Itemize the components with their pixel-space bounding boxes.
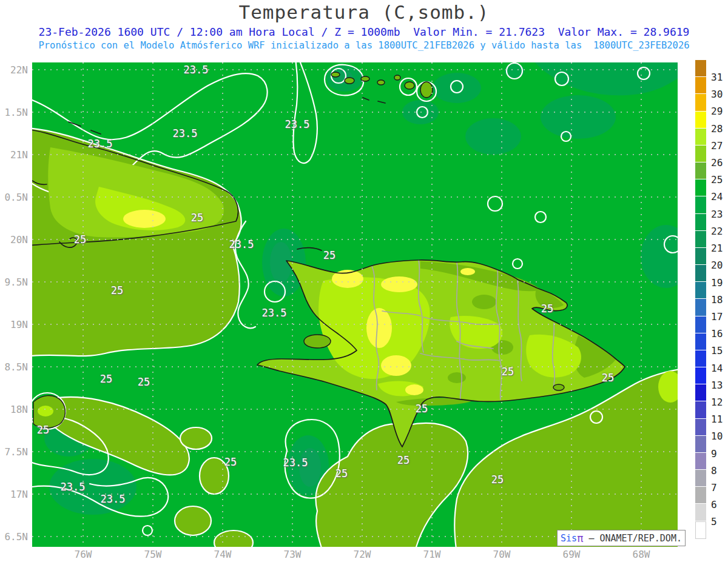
contour-label: 25 (111, 284, 123, 296)
colorbar-cell (695, 521, 706, 539)
colorbar-tick-label: 29 (711, 105, 723, 117)
colorbar-cell (695, 367, 706, 384)
lon-tick-label: 70W (493, 549, 511, 560)
weather-chart-page: Temperatura (C,somb.) 23-Feb-2026 1600 U… (0, 0, 728, 562)
contour-label: 25 (191, 212, 203, 224)
contour-label: 25 (541, 303, 553, 315)
colorbar-cell (695, 162, 706, 179)
colorbar-cell (695, 299, 706, 316)
lat-tick-label: 8.5N (0, 361, 28, 373)
colorbar-cell (695, 265, 706, 282)
contour-label: 23.5 (88, 138, 113, 150)
valid-time-line: 23-Feb-2026 1600 UTC / 12:00 am Hora Loc… (0, 25, 728, 38)
colorbar-tick-label: 13 (711, 380, 723, 391)
contour-label: 25 (397, 454, 410, 466)
colorbar-cell (695, 231, 706, 248)
colorbar-tick-label: 22 (711, 226, 723, 237)
colorbar-tick-label: 19 (711, 277, 723, 289)
colorbar-cell (695, 129, 706, 146)
colorbar-tick-label: 6 (711, 499, 717, 510)
colorbar-tick-label: 15 (711, 345, 723, 356)
chart-title: Temperatura (C,somb.) (0, 1, 728, 23)
contour-label: 23.5 (229, 238, 254, 250)
colorbar-cell (695, 350, 706, 367)
colorbar-cell (695, 487, 706, 504)
colorbar-cell (695, 470, 706, 487)
lon-tick-label: 68W (633, 549, 650, 560)
contour-label: 23.5 (262, 307, 287, 319)
lat-tick-label: 7.5N (0, 446, 28, 458)
colorbar-cell (695, 316, 706, 333)
lon-tick-label: 76W (75, 549, 92, 560)
watermark-pi-symbol: π (577, 532, 583, 544)
lat-tick-label: 9.5N (0, 276, 28, 288)
colorbar-tick-label: 5 (711, 516, 717, 527)
colorbar-tick-label: 26 (711, 157, 723, 169)
colorbar-cell (695, 436, 706, 453)
colorbar-tick-label: 30 (711, 89, 723, 100)
lat-tick-label: 0.5N (0, 192, 28, 203)
colorbar-cell (695, 248, 706, 265)
colorbar-tick-label: 27 (711, 140, 723, 152)
model-info-line: Pronóstico con el Modelo Atmósferico WRF… (0, 40, 728, 51)
lon-tick-label: 72W (354, 549, 371, 560)
colorbar-tick-label: 16 (711, 328, 723, 340)
lat-tick-label: 20N (0, 234, 28, 246)
colorbar-cell (695, 179, 706, 196)
colorbar-cell (695, 504, 706, 521)
contour-label: 23.5 (283, 457, 308, 469)
gonave-island (304, 335, 331, 348)
contour-label: 23.5 (285, 118, 310, 130)
colorbar-tick-label: 11 (711, 413, 723, 425)
contour-label: 25 (74, 233, 86, 246)
colorbar-cell (695, 419, 706, 436)
lat-tick-label: 17N (0, 489, 28, 500)
lat-tick-label: 6.5N (0, 531, 28, 543)
colorbar-cell (695, 112, 706, 129)
contour-label: 25 (416, 403, 428, 415)
colorbar-tick-label: 24 (711, 191, 723, 202)
colorbar (695, 60, 706, 539)
colorbar-tick-label: 9 (711, 448, 717, 460)
contour-label: 25 (491, 473, 504, 486)
colorbar-cell (695, 214, 706, 231)
sispi-watermark: Sisπ – ONAMET/REP.DOM. (557, 530, 686, 546)
lat-tick-label: 18N (0, 404, 28, 415)
colorbar-cell (695, 384, 706, 401)
colorbar-tick-label: 28 (711, 123, 723, 135)
watermark-sis-text: Sis (561, 533, 577, 544)
contour-label: 25 (224, 456, 237, 468)
contour-label: 25 (502, 366, 514, 378)
lat-tick-label: 1.5N (0, 107, 28, 118)
lon-tick-label: 75W (144, 549, 162, 560)
colorbar-tick-label: 31 (711, 72, 723, 83)
contour-label: 23.5 (173, 127, 198, 139)
colorbar-cell (695, 77, 706, 94)
contour-label: 25 (100, 373, 112, 385)
colorbar-cell (695, 401, 706, 418)
colorbar-cell (695, 94, 706, 111)
colorbar-tick-label: 10 (711, 430, 723, 442)
lon-tick-label: 73W (284, 549, 302, 560)
colorbar-cell (695, 453, 706, 470)
colorbar-cell (695, 282, 706, 299)
colorbar-tick-label: 17 (711, 311, 723, 323)
contour-label: 25 (37, 424, 49, 436)
colorbar-tick-label: 25 (711, 174, 723, 186)
lat-tick-label: 22N (0, 64, 28, 76)
contour-label: 23.5 (101, 493, 126, 505)
contour-label: 25 (138, 376, 150, 388)
colorbar-tick-label: 18 (711, 294, 723, 306)
contour-label: 25 (335, 467, 348, 480)
contour-label: 23.5 (61, 481, 86, 493)
colorbar-tick-label: 14 (711, 363, 723, 374)
colorbar-tick-label: 7 (711, 482, 717, 493)
contour-label: 25 (602, 372, 614, 384)
lon-tick-label: 71W (423, 549, 441, 560)
contour-label: 25 (323, 249, 335, 261)
colorbar-tick-label: 23 (711, 209, 723, 220)
contour-label: 23.5 (184, 64, 209, 76)
colorbar-tick-label: 21 (711, 243, 723, 254)
lat-tick-label: 19N (0, 319, 28, 330)
colorbar-cell (695, 196, 706, 213)
